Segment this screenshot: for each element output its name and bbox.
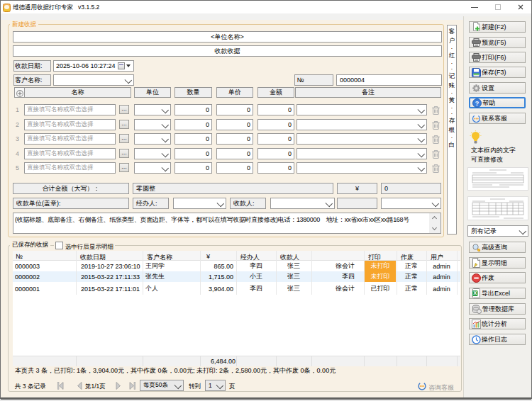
svg-text:X: X (473, 290, 477, 296)
svg-text:?: ? (475, 99, 480, 106)
